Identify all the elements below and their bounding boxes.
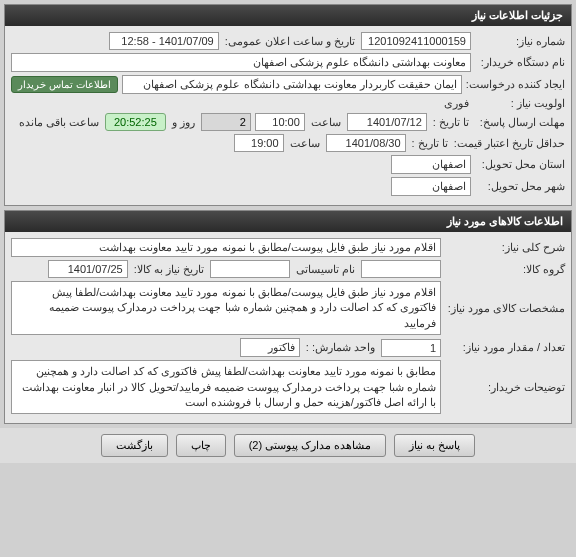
- need-details-panel: جزئیات اطلاعات نیاز شماره نیاز: 12010924…: [4, 4, 572, 206]
- validity-date: 1401/08/30: [326, 134, 406, 152]
- days-remain-label: روز و: [170, 116, 197, 129]
- buyer-notes-label: توضیحات خریدار:: [445, 381, 565, 394]
- buyer-name-label: نام دستگاه خریدار:: [475, 56, 565, 69]
- goods-spec: اقلام مورد نیاز طبق فایل پیوست/مطابق با …: [11, 281, 441, 335]
- to-date-label-1: تا تاریخ :: [431, 116, 471, 129]
- attachments-button[interactable]: مشاهده مدارک پیوستی (2): [234, 434, 387, 457]
- goods-group: [361, 260, 441, 278]
- time-label-2: ساعت: [288, 137, 322, 150]
- delivery-province: اصفهان: [391, 155, 471, 174]
- to-date-label-2: تا تاریخ :: [410, 137, 450, 150]
- delivery-province-label: استان محل تحویل:: [475, 158, 565, 171]
- buyer-notes: مطابق با نمونه مورد تایید معاونت بهداشت/…: [11, 360, 441, 414]
- public-date-label: تاریخ و ساعت اعلان عمومی:: [223, 35, 357, 48]
- need-number: 1201092411000159: [361, 32, 471, 50]
- panel2-title: اطلاعات کالاهای مورد نیاز: [5, 211, 571, 232]
- countdown-timer: 20:52:25: [105, 113, 166, 131]
- goods-spec-label: مشخصات کالای مورد نیاز:: [445, 302, 565, 315]
- priority-value: فوری: [442, 97, 471, 110]
- buyer-name: معاونت بهداشتی دانشگاه علوم پزشکی اصفهان: [11, 53, 471, 72]
- goods-info-panel: اطلاعات کالاهای مورد نیاز شرح کلی نیاز: …: [4, 210, 572, 424]
- validity-time: 19:00: [234, 134, 284, 152]
- unit-label: واحد شمارش: :: [304, 341, 377, 354]
- response-date: 1401/07/12: [347, 113, 427, 131]
- priority-label: اولویت نیاز :: [475, 97, 565, 110]
- delivery-city: اصفهان: [391, 177, 471, 196]
- action-bar: پاسخ به نیاز مشاهده مدارک پیوستی (2) چاپ…: [0, 428, 576, 463]
- need-date-label: تاریخ نیاز به کالا:: [132, 263, 206, 276]
- need-date: 1401/07/25: [48, 260, 128, 278]
- qty-label: تعداد / مقدار مورد نیاز:: [445, 341, 565, 354]
- creator: ایمان حقیقت کاربردار معاونت بهداشتی دانش…: [122, 75, 462, 94]
- back-button[interactable]: بازگشت: [101, 434, 168, 457]
- validity-label: حداقل تاریخ اعتبار قیمت:: [454, 137, 565, 150]
- countdown-label: ساعت باقی مانده: [17, 116, 101, 129]
- qty-value: 1: [381, 339, 441, 357]
- need-number-label: شماره نیاز:: [475, 35, 565, 48]
- unit-value: فاکتور: [240, 338, 300, 357]
- creator-label: ایجاد کننده درخواست:: [466, 78, 565, 91]
- install-name-label: نام تاسیساتی: [294, 263, 357, 276]
- time-label-1: ساعت: [309, 116, 343, 129]
- install-name: [210, 260, 290, 278]
- delivery-city-label: شهر محل تحویل:: [475, 180, 565, 193]
- print-button[interactable]: چاپ: [176, 434, 226, 457]
- panel1-title: جزئیات اطلاعات نیاز: [5, 5, 571, 26]
- buyer-contact-button[interactable]: اطلاعات تماس خریدار: [11, 76, 118, 93]
- goods-group-label: گروه کالا:: [445, 263, 565, 276]
- response-time: 10:00: [255, 113, 305, 131]
- reply-button[interactable]: پاسخ به نیاز: [394, 434, 475, 457]
- general-desc: اقلام مورد نیاز طبق فایل پیوست/مطابق با …: [11, 238, 441, 257]
- days-remaining: 2: [201, 113, 251, 131]
- public-date: 1401/07/09 - 12:58: [109, 32, 219, 50]
- response-deadline-label: مهلت ارسال پاسخ:: [475, 116, 565, 129]
- general-desc-label: شرح کلی نیاز:: [445, 241, 565, 254]
